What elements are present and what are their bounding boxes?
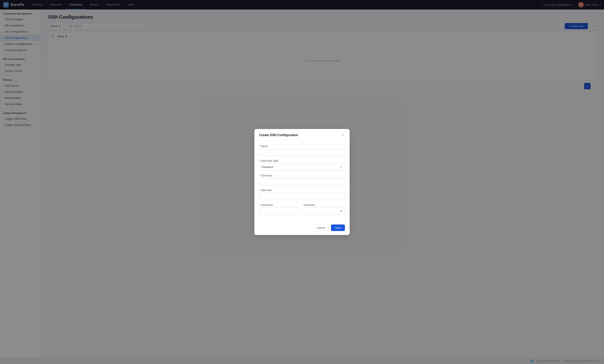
modal-body: * Name * SSH Auth Type Password Key * [254,141,350,222]
modal-header: Create SSH Configuration × [254,129,350,141]
ssh-auth-type-label: * SSH Auth Type [259,159,345,162]
ssh-host-input[interactable] [259,178,345,185]
username-label: * Username [259,204,301,206]
ssh-port-label-text: SSH Port [261,189,272,192]
field-ssh-auth-type: * SSH Auth Type Password Key [259,159,345,170]
password-label-text: Password [303,204,315,206]
field-ssh-port: * SSH Port [259,189,345,200]
save-button[interactable]: Save [331,224,345,231]
modal-close-button[interactable]: × [340,133,345,137]
required-star-name: * [259,145,260,148]
ssh-auth-type-select[interactable]: Password Key [259,164,345,170]
required-star-username: * [259,204,260,206]
username-password-row: * Username Password 👁 [259,204,345,218]
required-star-auth: * [259,159,260,162]
modal-footer: Cancel Save [254,222,350,235]
field-name: * Name [259,145,345,156]
username-input[interactable] [259,208,301,215]
ssh-host-label: * SSH Host [259,174,345,177]
modal-title: Create SSH Configuration [259,133,298,137]
cancel-button[interactable]: Cancel [313,224,329,231]
name-label: * Name [259,145,345,148]
required-star-host: * [259,174,260,177]
password-label: Password [303,204,345,206]
modal-overlay[interactable]: Create SSH Configuration × * Name * SSH … [0,0,604,364]
eye-icon: 👁 [340,209,343,213]
field-username: * Username [259,204,301,215]
ssh-host-label-text: SSH Host [261,174,272,177]
name-label-text: Name [261,145,268,148]
ssh-auth-type-label-text: SSH Auth Type [261,159,278,162]
create-ssh-modal: Create SSH Configuration × * Name * SSH … [254,129,350,235]
required-star-port: * [259,189,260,192]
ssh-port-input[interactable] [259,193,345,200]
name-input[interactable] [259,149,345,156]
username-label-text: Username [261,204,273,206]
password-wrapper: 👁 [303,208,345,215]
field-password: Password 👁 [303,204,345,215]
ssh-port-label: * SSH Port [259,189,345,192]
field-ssh-host: * SSH Host [259,174,345,185]
password-input[interactable] [303,208,345,215]
toggle-password-button[interactable]: 👁 [340,209,343,213]
